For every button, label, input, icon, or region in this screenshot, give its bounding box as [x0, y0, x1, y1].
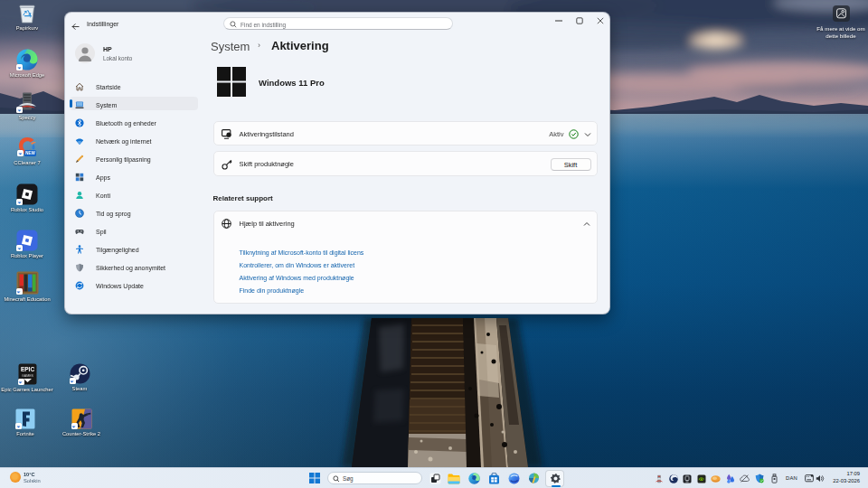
svg-text:EPIC: EPIC — [20, 366, 33, 372]
svg-text:GAMES: GAMES — [22, 374, 34, 378]
